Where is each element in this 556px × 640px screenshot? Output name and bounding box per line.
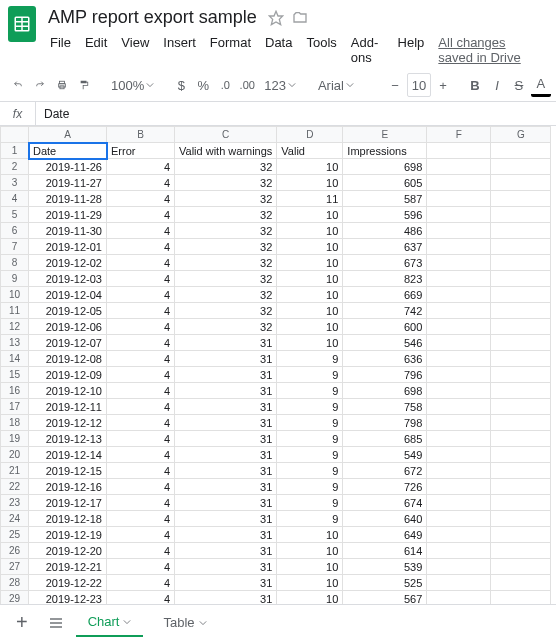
col-header-F[interactable]: F — [427, 127, 491, 143]
cell[interactable]: 10 — [277, 239, 343, 255]
menu-file[interactable]: File — [44, 31, 77, 69]
cell[interactable]: 2019-12-18 — [29, 511, 107, 527]
cell[interactable] — [491, 143, 551, 159]
row-header[interactable]: 18 — [1, 415, 29, 431]
cell[interactable]: Date — [29, 143, 107, 159]
font-size-increase[interactable]: + — [433, 73, 453, 97]
cell[interactable]: 4 — [107, 399, 175, 415]
add-sheet-button[interactable]: + — [8, 607, 36, 638]
row-header[interactable]: 27 — [1, 559, 29, 575]
cell[interactable]: Error — [107, 143, 175, 159]
cell[interactable]: 2019-12-21 — [29, 559, 107, 575]
print-button[interactable] — [52, 73, 72, 97]
cell[interactable]: 32 — [175, 223, 277, 239]
cell[interactable]: 32 — [175, 191, 277, 207]
cell[interactable]: 672 — [343, 463, 427, 479]
cell[interactable]: 2019-11-29 — [29, 207, 107, 223]
star-icon[interactable] — [267, 9, 285, 27]
cell[interactable]: 2019-12-22 — [29, 575, 107, 591]
spreadsheet-grid[interactable]: A B C D E F G 1DateErrorValid with warni… — [0, 126, 556, 604]
row-header[interactable]: 21 — [1, 463, 29, 479]
cell[interactable]: 2019-12-12 — [29, 415, 107, 431]
doc-title[interactable]: AMP report export sample — [44, 6, 261, 29]
cell[interactable]: 2019-11-28 — [29, 191, 107, 207]
cell[interactable]: 4 — [107, 527, 175, 543]
cell[interactable] — [427, 511, 491, 527]
menu-format[interactable]: Format — [204, 31, 257, 69]
cell[interactable]: 2019-12-14 — [29, 447, 107, 463]
number-format-dropdown[interactable]: 123 — [259, 74, 301, 97]
increase-decimal-button[interactable]: .00 — [237, 73, 257, 97]
cell[interactable]: 4 — [107, 255, 175, 271]
cell[interactable]: 9 — [277, 495, 343, 511]
cell[interactable] — [491, 207, 551, 223]
cell[interactable]: 32 — [175, 271, 277, 287]
cell[interactable] — [427, 287, 491, 303]
cell[interactable]: 11 — [277, 191, 343, 207]
cell[interactable]: 31 — [175, 527, 277, 543]
col-header-D[interactable]: D — [277, 127, 343, 143]
currency-button[interactable]: $ — [171, 73, 191, 97]
cell[interactable]: 726 — [343, 479, 427, 495]
cell[interactable] — [427, 463, 491, 479]
cell[interactable] — [491, 287, 551, 303]
cell[interactable] — [427, 351, 491, 367]
cell[interactable] — [427, 143, 491, 159]
cell[interactable] — [491, 591, 551, 605]
cell[interactable] — [491, 543, 551, 559]
cell[interactable]: 2019-12-01 — [29, 239, 107, 255]
col-header-E[interactable]: E — [343, 127, 427, 143]
cell[interactable] — [491, 383, 551, 399]
row-header[interactable]: 6 — [1, 223, 29, 239]
cell[interactable]: 637 — [343, 239, 427, 255]
row-header[interactable]: 16 — [1, 383, 29, 399]
menu-tools[interactable]: Tools — [300, 31, 342, 69]
menu-addons[interactable]: Add-ons — [345, 31, 390, 69]
italic-button[interactable]: I — [487, 73, 507, 97]
cell[interactable]: 31 — [175, 543, 277, 559]
cell[interactable]: 640 — [343, 511, 427, 527]
cell[interactable]: 32 — [175, 239, 277, 255]
cell[interactable]: 4 — [107, 559, 175, 575]
cell[interactable] — [491, 399, 551, 415]
cell[interactable] — [427, 399, 491, 415]
row-header[interactable]: 12 — [1, 319, 29, 335]
cell[interactable] — [427, 223, 491, 239]
redo-button[interactable] — [30, 73, 50, 97]
cell[interactable]: 525 — [343, 575, 427, 591]
sheet-tab-chart[interactable]: Chart — [76, 608, 144, 637]
cell[interactable] — [427, 239, 491, 255]
col-header-C[interactable]: C — [175, 127, 277, 143]
cell[interactable] — [427, 175, 491, 191]
font-size-input[interactable]: 10 — [407, 73, 431, 97]
font-size-decrease[interactable]: − — [385, 73, 405, 97]
cell[interactable]: 698 — [343, 159, 427, 175]
cell[interactable]: 10 — [277, 271, 343, 287]
cell[interactable]: 10 — [277, 255, 343, 271]
cell[interactable]: Valid with warnings — [175, 143, 277, 159]
text-color-button[interactable]: A — [531, 73, 551, 97]
cell[interactable]: 4 — [107, 479, 175, 495]
cell[interactable]: 4 — [107, 271, 175, 287]
cell[interactable]: 2019-12-06 — [29, 319, 107, 335]
menu-view[interactable]: View — [115, 31, 155, 69]
cell[interactable]: 614 — [343, 543, 427, 559]
bold-button[interactable]: B — [465, 73, 485, 97]
cell[interactable]: 9 — [277, 383, 343, 399]
cell[interactable]: 31 — [175, 463, 277, 479]
cell[interactable]: 4 — [107, 431, 175, 447]
cell[interactable]: 31 — [175, 495, 277, 511]
cell[interactable] — [427, 367, 491, 383]
cell[interactable]: Valid — [277, 143, 343, 159]
cell[interactable] — [427, 527, 491, 543]
cell[interactable]: 9 — [277, 367, 343, 383]
row-header[interactable]: 8 — [1, 255, 29, 271]
cell[interactable]: 31 — [175, 351, 277, 367]
cell[interactable]: 10 — [277, 575, 343, 591]
cell[interactable] — [427, 415, 491, 431]
cell[interactable]: 669 — [343, 287, 427, 303]
row-header[interactable]: 2 — [1, 159, 29, 175]
cell[interactable]: 2019-12-11 — [29, 399, 107, 415]
cell[interactable]: 10 — [277, 207, 343, 223]
row-header[interactable]: 15 — [1, 367, 29, 383]
